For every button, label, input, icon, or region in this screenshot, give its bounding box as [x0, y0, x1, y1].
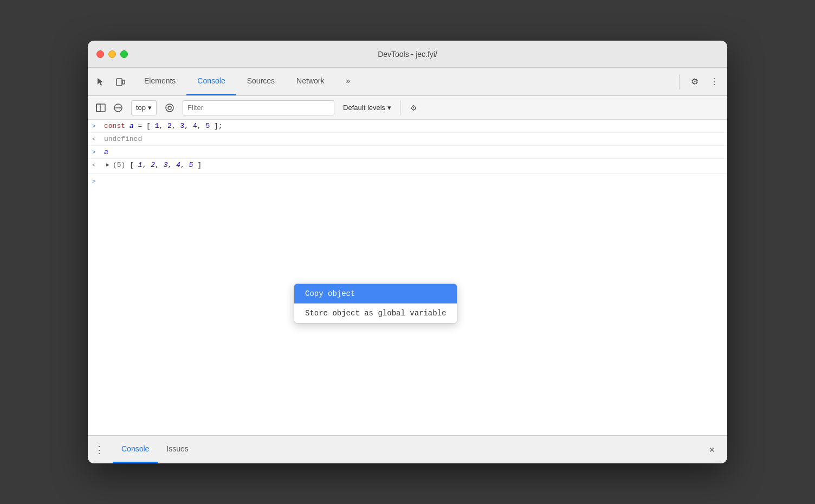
- console-line: < ▶ (5) [ 1, 2, 3, 4, 5 ] Copy object St…: [88, 159, 727, 174]
- tab-list: Elements Console Sources Network »: [133, 68, 361, 95]
- settings-icon[interactable]: ⚙: [686, 73, 703, 91]
- input-chevron: >: [92, 123, 100, 130]
- svg-point-7: [168, 106, 171, 109]
- context-menu-item-store-global[interactable]: Store object as global variable: [294, 303, 457, 323]
- console-line: > const a = [ 1, 2, 3, 4, 5 ];: [88, 120, 727, 133]
- clear-console-icon[interactable]: [109, 99, 127, 117]
- tab-console[interactable]: Console: [186, 68, 236, 95]
- traffic-lights: [96, 50, 128, 58]
- console-settings-icon[interactable]: ⚙: [405, 99, 422, 117]
- close-button[interactable]: [96, 50, 104, 58]
- output-text: undefined: [104, 135, 142, 143]
- tab-sources[interactable]: Sources: [236, 68, 286, 95]
- divider: [679, 74, 680, 89]
- input-chevron: >: [92, 149, 100, 156]
- tab-network[interactable]: Network: [286, 68, 335, 95]
- title-bar: DevTools - jec.fyi/: [88, 41, 727, 68]
- toolbar-icons: [92, 73, 129, 91]
- bottom-bar: ⋮ Console Issues ✕: [88, 435, 727, 463]
- cursor-icon[interactable]: [92, 73, 109, 91]
- context-selector[interactable]: top ▾: [131, 100, 157, 115]
- maximize-button[interactable]: [120, 50, 128, 58]
- bottom-tabs: Console Issues: [113, 436, 197, 463]
- filter-input[interactable]: [183, 100, 334, 115]
- output-chevron: <: [92, 136, 100, 143]
- console-line: > a: [88, 146, 727, 159]
- divider: [400, 100, 400, 115]
- chevron-down-icon: ▾: [148, 104, 152, 112]
- default-levels-button[interactable]: Default levels ▾: [339, 101, 396, 114]
- toolbar-right: ⚙ ⋮: [675, 73, 723, 91]
- console-line: < undefined: [88, 133, 727, 146]
- prompt-chevron: >: [92, 178, 100, 185]
- svg-rect-1: [122, 80, 125, 84]
- bottom-more-icon[interactable]: ⋮: [94, 444, 104, 456]
- main-toolbar: Elements Console Sources Network » ⚙ ⋮: [88, 68, 727, 96]
- bottom-tab-console[interactable]: Console: [113, 436, 158, 463]
- expand-icon[interactable]: ▶: [104, 161, 112, 169]
- bottom-right: ✕: [703, 441, 721, 458]
- chevron-down-icon: ▾: [387, 104, 391, 112]
- more-options-icon[interactable]: ⋮: [706, 73, 723, 91]
- close-panel-icon[interactable]: ✕: [703, 441, 721, 458]
- svg-rect-3: [96, 104, 105, 112]
- minimize-button[interactable]: [108, 50, 116, 58]
- code-text: a: [104, 148, 108, 156]
- console-toolbar: top ▾ Default levels ▾ ⚙: [88, 96, 727, 120]
- context-menu: Copy object Store object as global varia…: [294, 283, 457, 324]
- output-text: (5) [ 1, 2, 3, 4, 5 ]: [113, 161, 202, 169]
- window-title: DevTools - jec.fyi/: [378, 50, 437, 59]
- svg-rect-2: [96, 104, 100, 112]
- prompt-line[interactable]: >: [88, 174, 727, 188]
- sidebar-show-icon[interactable]: [92, 99, 109, 117]
- bottom-tab-issues[interactable]: Issues: [158, 436, 197, 463]
- svg-point-6: [166, 104, 173, 112]
- output-chevron: <: [92, 162, 100, 169]
- live-expression-icon[interactable]: [161, 99, 178, 117]
- devtools-window: DevTools - jec.fyi/ Elements Console: [88, 41, 727, 463]
- tab-elements[interactable]: Elements: [133, 68, 186, 95]
- console-content: > const a = [ 1, 2, 3, 4, 5 ]; < undefin…: [88, 120, 727, 435]
- context-menu-item-copy[interactable]: Copy object: [294, 284, 457, 303]
- svg-rect-0: [117, 79, 122, 86]
- device-toolbar-icon[interactable]: [112, 73, 129, 91]
- code-text: const a = [ 1, 2, 3, 4, 5 ];: [104, 122, 223, 130]
- tab-more[interactable]: »: [335, 68, 361, 95]
